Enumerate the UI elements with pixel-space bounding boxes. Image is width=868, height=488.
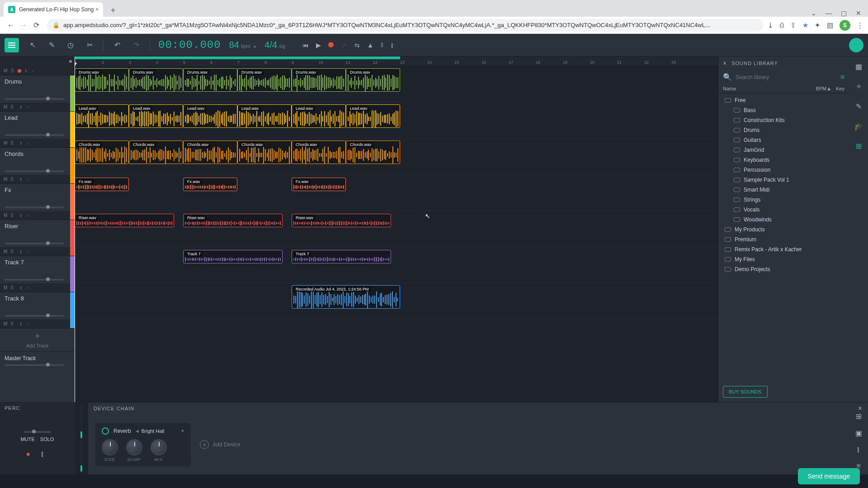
mute-button[interactable]: M bbox=[4, 68, 7, 73]
loop-icon[interactable]: ⇆ bbox=[354, 42, 360, 49]
library-subfolder[interactable]: Smart Midi bbox=[718, 185, 849, 195]
audio-clip[interactable]: Fx.wav bbox=[183, 178, 237, 191]
library-folder[interactable]: Premium bbox=[718, 235, 849, 244]
track-volume-slider[interactable] bbox=[5, 243, 64, 244]
cut-tool-icon[interactable]: ✂ bbox=[84, 41, 95, 49]
rewind-icon[interactable]: ⏮ bbox=[302, 42, 309, 49]
bpm-display[interactable]: 84 bpm ▸ bbox=[229, 40, 257, 50]
library-subfolder[interactable]: Woodwinds bbox=[718, 215, 849, 225]
mic-icon[interactable]: ● bbox=[26, 450, 34, 458]
solo-button[interactable]: S bbox=[10, 321, 14, 326]
share-icon[interactable]: ⇧ bbox=[790, 21, 796, 29]
track-row[interactable]: Track 7MS⫾⟋ bbox=[0, 256, 75, 292]
solo-button[interactable]: S bbox=[10, 177, 14, 182]
library-folder[interactable]: My Products bbox=[718, 225, 849, 235]
track-lane[interactable]: Lead.wavLead.wavLead.wavLead.wavLead.wav… bbox=[75, 103, 718, 139]
user-avatar[interactable] bbox=[849, 38, 863, 52]
mute-button[interactable]: M bbox=[4, 104, 7, 109]
buy-sounds-button[interactable]: BUY SOUNDS bbox=[723, 386, 768, 398]
reload-icon[interactable]: ⟳ bbox=[30, 21, 42, 29]
automation-icon[interactable]: ⟋ bbox=[341, 42, 347, 49]
audio-clip[interactable]: Fx.wav bbox=[292, 178, 346, 191]
track-lane[interactable]: Fx.wavFx.wavFx.wav bbox=[75, 175, 718, 211]
audio-clip[interactable]: Drums.wav bbox=[129, 68, 183, 92]
piano-icon[interactable]: ⫿ bbox=[857, 446, 860, 454]
col-bpm[interactable]: BPM▲ bbox=[816, 86, 831, 91]
mute-button[interactable]: M bbox=[4, 213, 7, 218]
audio-clip[interactable]: Drums.wav bbox=[237, 68, 292, 92]
audio-clip[interactable]: Lead.wav bbox=[183, 104, 237, 128]
bpm-stepper-icon[interactable]: ▸ bbox=[254, 44, 256, 49]
track-lane[interactable]: Drums.wavDrums.wavDrums.wavDrums.wavDrum… bbox=[75, 66, 718, 103]
library-subfolder[interactable]: Percussion bbox=[718, 165, 849, 175]
library-folder[interactable]: Free bbox=[718, 95, 849, 105]
track-row[interactable]: Track 8MS⫾⟋ bbox=[0, 292, 75, 328]
audio-clip[interactable]: Riser.wav bbox=[75, 214, 174, 227]
perc-solo-button[interactable]: SOLO bbox=[40, 436, 54, 442]
automation-icon[interactable]: ⟋ bbox=[25, 141, 30, 145]
eq-icon[interactable]: ⫾ bbox=[20, 249, 22, 254]
library-subfolder[interactable]: Vocals bbox=[718, 205, 849, 215]
audio-clip[interactable]: Lead.wav bbox=[292, 104, 346, 128]
solo-button[interactable]: S bbox=[10, 249, 14, 254]
add-track-button[interactable]: + Add Track bbox=[0, 328, 75, 351]
track-volume-slider[interactable] bbox=[5, 170, 64, 172]
playhead[interactable] bbox=[75, 56, 75, 402]
audio-clip[interactable]: Lead.wav bbox=[75, 104, 129, 128]
translate-icon[interactable]: ⎙ bbox=[780, 21, 784, 29]
library-folder[interactable]: Demo Projects bbox=[718, 264, 849, 274]
track-row[interactable]: DrumsMS⫾⟋ bbox=[0, 75, 75, 112]
audio-clip[interactable]: Track 7 bbox=[183, 250, 283, 263]
profile-avatar[interactable]: S bbox=[840, 20, 850, 31]
loop-region[interactable] bbox=[75, 56, 400, 59]
library-subfolder[interactable]: Sample Pack Vol 1 bbox=[718, 175, 849, 185]
pencil-tool-icon[interactable]: ✎ bbox=[46, 41, 57, 49]
audio-clip[interactable]: Drums.wav bbox=[346, 68, 400, 92]
clipboard-icon[interactable]: ▦ bbox=[853, 61, 864, 72]
track-lane[interactable]: Track 7Track 7 bbox=[75, 247, 718, 283]
mute-button[interactable]: M bbox=[4, 321, 7, 326]
track-volume-slider[interactable] bbox=[5, 98, 64, 100]
solo-button[interactable]: S bbox=[10, 285, 14, 290]
forward-icon[interactable]: → bbox=[17, 21, 30, 29]
library-subfolder[interactable]: Strings bbox=[718, 195, 849, 205]
perc-pan-slider[interactable] bbox=[24, 431, 51, 433]
track-lane[interactable]: Riser.wavRiser.wavRiser.wav bbox=[75, 211, 718, 247]
tab-close-icon[interactable]: × bbox=[95, 6, 99, 13]
undo-icon[interactable]: ↶ bbox=[112, 41, 123, 49]
eq-icon[interactable]: ⫾ bbox=[25, 68, 27, 73]
close-library-icon[interactable]: × bbox=[723, 60, 727, 67]
audio-clip[interactable]: Chords.wav bbox=[237, 141, 292, 164]
timer-tool-icon[interactable]: ◷ bbox=[65, 41, 76, 49]
mute-button[interactable]: M bbox=[4, 141, 7, 145]
library-icon[interactable]: ⊞ bbox=[853, 141, 864, 151]
extensions-icon[interactable]: ✦ bbox=[815, 21, 821, 29]
audio-clip[interactable]: Drums.wav bbox=[292, 68, 346, 92]
audio-clip[interactable]: Track 7 bbox=[292, 250, 391, 263]
arm-record-icon[interactable] bbox=[18, 69, 21, 73]
menu-button[interactable] bbox=[5, 38, 19, 52]
preset-selector[interactable]: ◀ Bright Hall ▼ bbox=[136, 428, 185, 434]
filter-icon[interactable]: ≡ bbox=[840, 73, 844, 81]
knob-dial[interactable] bbox=[151, 439, 167, 455]
minimize-icon[interactable]: — bbox=[826, 9, 832, 17]
audio-clip[interactable]: Fx.wav bbox=[75, 178, 129, 191]
bookmark-icon[interactable]: ★ bbox=[802, 21, 808, 29]
eq-icon[interactable]: ⫾ bbox=[20, 321, 22, 326]
eq-icon[interactable]: ⫾ bbox=[20, 141, 22, 145]
track-row[interactable]: RiserMS⫾⟋ bbox=[0, 220, 75, 256]
col-name[interactable]: Name bbox=[723, 86, 816, 91]
solo-button[interactable]: S bbox=[10, 141, 14, 145]
menu-icon[interactable]: ⋮ bbox=[857, 21, 863, 29]
automation-icon[interactable]: ⟋ bbox=[25, 104, 30, 109]
audio-clip[interactable]: Chords.wav bbox=[75, 141, 129, 164]
panel-icon[interactable]: ▣ bbox=[855, 429, 862, 437]
perc-mute-button[interactable]: MUTE bbox=[21, 436, 35, 442]
url-input[interactable]: 🔒 app.ampedstudio.com/?_gl=1*zkt20c*_ga*… bbox=[47, 19, 763, 32]
automation-icon[interactable]: ⟋ bbox=[25, 177, 30, 182]
timeline-ruler[interactable]: 1234567891011121314151617181920212223 bbox=[75, 56, 718, 66]
solo-button[interactable]: S bbox=[10, 213, 14, 218]
knob-dial[interactable] bbox=[126, 439, 142, 455]
device-power-button[interactable] bbox=[102, 427, 109, 435]
track-volume-slider[interactable] bbox=[5, 134, 64, 136]
